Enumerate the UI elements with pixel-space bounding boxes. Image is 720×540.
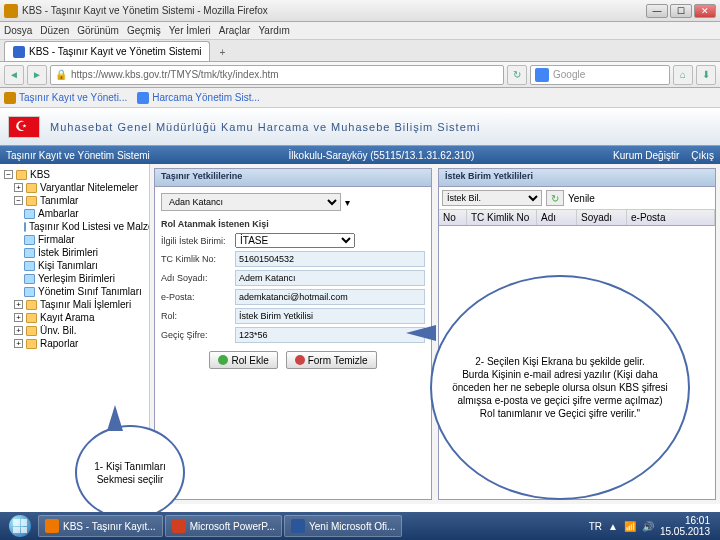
menu-view[interactable]: Görünüm <box>77 25 119 36</box>
bookmark-item[interactable]: Taşınır Kayıt ve Yöneti... <box>4 92 127 104</box>
url-bar[interactable]: 🔒 https://www.kbs.gov.tr/TMYS/tmk/tky/in… <box>50 65 504 85</box>
tree-node[interactable]: +Raporlar <box>4 337 145 350</box>
minimize-button[interactable]: — <box>646 4 668 18</box>
expand-icon[interactable]: + <box>14 326 23 335</box>
tree-leaf[interactable]: Ambarlar <box>4 207 145 220</box>
email-field[interactable]: ademkatanci@hotmail.com <box>235 289 425 305</box>
back-button[interactable]: ◄ <box>4 65 24 85</box>
field-label: Geçiç Şifre: <box>161 330 231 340</box>
clear-icon <box>295 355 305 365</box>
menu-history[interactable]: Geçmiş <box>127 25 161 36</box>
collapse-icon[interactable]: − <box>4 170 13 179</box>
grid-toolbar: İstek Bil. ↻ Yenile <box>439 187 715 210</box>
close-button[interactable]: ✕ <box>694 4 716 18</box>
refresh-icon: ↻ <box>551 193 559 204</box>
expand-icon[interactable]: + <box>14 300 23 309</box>
tree-node[interactable]: +Ünv. Bil. <box>4 324 145 337</box>
logout-link[interactable]: Çıkış <box>691 150 714 161</box>
unit-select[interactable]: İTASE <box>235 233 355 248</box>
tree-leaf[interactable]: Taşınır Kod Listesi ve Malzemeler <box>4 220 145 233</box>
menu-tools[interactable]: Araçlar <box>219 25 251 36</box>
dropdown-icon: ▾ <box>345 197 350 208</box>
start-button[interactable] <box>4 514 36 538</box>
taskbar-item[interactable]: KBS - Taşınır Kayıt... <box>38 515 163 537</box>
tree-node[interactable]: +Varyantlar Nitelemeler <box>4 181 145 194</box>
tree-node[interactable]: +Kayıt Arama <box>4 311 145 324</box>
page-icon <box>24 209 35 219</box>
expand-icon[interactable]: + <box>14 339 23 348</box>
collapse-icon[interactable]: − <box>14 196 23 205</box>
org-path: İlkokulu-Sarayköy (55115/13.1.31.62.310) <box>289 150 475 161</box>
col-name[interactable]: Adı <box>537 210 577 225</box>
refresh-button[interactable]: ↻ <box>546 190 564 206</box>
taskbar-item[interactable]: Yeni Microsoft Ofi... <box>284 515 402 537</box>
search-box[interactable]: Google <box>530 65 670 85</box>
clock-time: 16:01 <box>660 515 710 526</box>
annotation-callout-1: 1- Kişi Tanımları Sekmesi seçilir <box>75 425 185 520</box>
clock-date: 15.05.2013 <box>660 526 710 537</box>
forward-button[interactable]: ► <box>27 65 47 85</box>
col-email[interactable]: e-Posta <box>627 210 715 225</box>
taskbar-item[interactable]: Microsoft PowerP... <box>165 515 282 537</box>
name-field[interactable]: Adem Katancı <box>235 270 425 286</box>
browser-tabbar: KBS - Taşınır Kayıt ve Yönetim Sistemi + <box>0 40 720 62</box>
panel-title: Taşınır Yetkililerine <box>155 169 431 187</box>
tree-root[interactable]: −KBS <box>4 168 145 181</box>
tree-leaf[interactable]: Firmalar <box>4 233 145 246</box>
tree-label: Firmalar <box>38 234 75 245</box>
menu-edit[interactable]: Düzen <box>40 25 69 36</box>
menu-help[interactable]: Yardım <box>258 25 290 36</box>
download-button[interactable]: ⬇ <box>696 65 716 85</box>
temp-password-field[interactable]: 123*56 <box>235 327 425 343</box>
expand-icon[interactable]: + <box>14 313 23 322</box>
callout-text: 1- Kişi Tanımları Sekmesi seçilir <box>89 460 171 486</box>
new-tab-button[interactable]: + <box>212 43 232 61</box>
section-title: Rol Atanmak İstenen Kişi <box>161 219 425 229</box>
browser-menubar: Dosya Düzen Görünüm Geçmiş Yer İmleri Ar… <box>0 22 720 40</box>
folder-icon <box>26 183 37 193</box>
callout-text: 2- Seçilen Kişi Ekrana bu şekilde gelir.… <box>444 355 676 420</box>
officer-select[interactable]: Adan Katancı <box>161 193 341 211</box>
col-surname[interactable]: Soyadı <box>577 210 627 225</box>
tc-field[interactable]: 51601504532 <box>235 251 425 267</box>
tree-node[interactable]: +Taşınır Mali İşlemleri <box>4 298 145 311</box>
col-tc[interactable]: TC Kimlik No <box>467 210 537 225</box>
google-icon <box>535 68 549 82</box>
maximize-button[interactable]: ☐ <box>670 4 692 18</box>
menu-bookmarks[interactable]: Yer İmleri <box>169 25 211 36</box>
page-icon <box>24 248 35 258</box>
network-icon[interactable]: 📶 <box>624 521 636 532</box>
tray-flag-icon[interactable]: ▲ <box>608 521 618 532</box>
expand-icon[interactable]: + <box>14 183 23 192</box>
home-button[interactable]: ⌂ <box>673 65 693 85</box>
reload-button[interactable]: ↻ <box>507 65 527 85</box>
change-org-link[interactable]: Kurum Değiştir <box>613 150 679 161</box>
browser-tab[interactable]: KBS - Taşınır Kayıt ve Yönetim Sistemi <box>4 41 210 61</box>
folder-icon <box>26 313 37 323</box>
bookmark-icon <box>137 92 149 104</box>
tab-label: KBS - Taşınır Kayıt ve Yönetim Sistemi <box>29 46 201 57</box>
language-indicator[interactable]: TR <box>589 521 602 532</box>
tree-label: KBS <box>30 169 50 180</box>
tree-leaf[interactable]: Yönetim Sınıf Tanımları <box>4 285 145 298</box>
role-field[interactable]: İstek Birim Yetkilisi <box>235 308 425 324</box>
menu-file[interactable]: Dosya <box>4 25 32 36</box>
clock[interactable]: 16:01 15.05.2013 <box>660 515 710 537</box>
tree-leaf[interactable]: İstek Birimleri <box>4 246 145 259</box>
tree-leaf[interactable]: Yerleşim Birimleri <box>4 272 145 285</box>
bookmark-label: Harcama Yönetim Sist... <box>152 92 260 103</box>
col-no[interactable]: No <box>439 210 467 225</box>
tree-leaf-person-defs[interactable]: Kişi Tanımları <box>4 259 145 272</box>
filter-select[interactable]: İstek Bil. <box>442 190 542 206</box>
system-name: Taşınır Kayıt ve Yönetim Sistemi <box>6 150 150 161</box>
volume-icon[interactable]: 🔊 <box>642 521 654 532</box>
tree-node-definitions[interactable]: −Tanımlar <box>4 194 145 207</box>
firefox-icon <box>4 4 18 18</box>
add-role-button[interactable]: Rol Ekle <box>209 351 277 369</box>
page-icon <box>24 261 35 271</box>
tree-label: Varyantlar Nitelemeler <box>40 182 138 193</box>
refresh-label[interactable]: Yenile <box>568 193 595 204</box>
bookmark-item[interactable]: Harcama Yönetim Sist... <box>137 92 260 104</box>
clear-form-button[interactable]: Form Temizle <box>286 351 377 369</box>
windows-orb-icon <box>9 515 31 537</box>
